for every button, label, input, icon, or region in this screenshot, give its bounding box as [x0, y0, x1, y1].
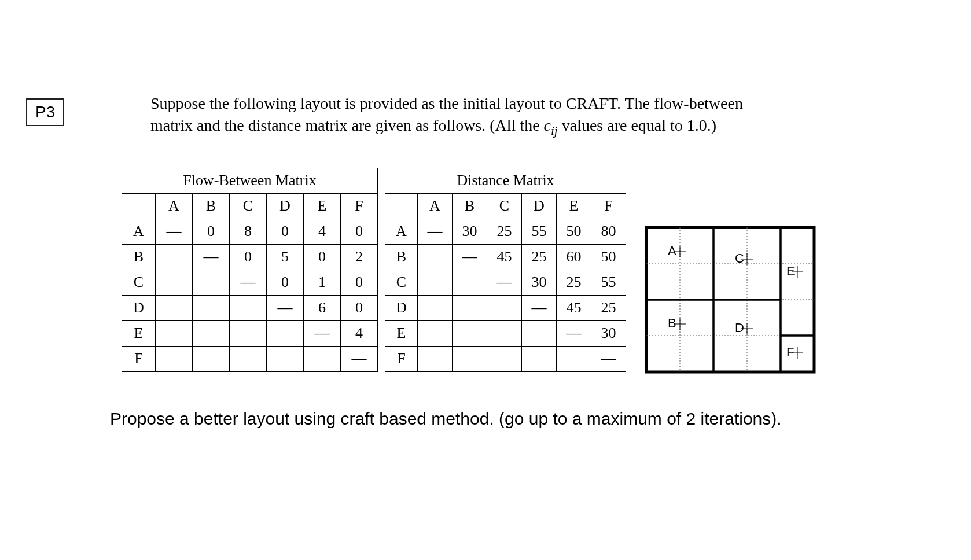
dist-cell [453, 270, 487, 295]
dist-cell [522, 320, 557, 346]
layout-label-B: B [668, 316, 676, 330]
layout-label-F: F [786, 345, 794, 359]
flow-cell: 0 [193, 219, 230, 244]
flow-cell: 6 [304, 295, 341, 320]
flow-row-B: B—0502 [122, 244, 378, 270]
layout-label-A: A [668, 244, 676, 258]
dist-col-D: D [522, 193, 557, 219]
dist-row-D: D—4525 [385, 295, 626, 320]
flow-cell: 4 [304, 219, 341, 244]
dist-corner [385, 193, 418, 219]
flow-cell: — [304, 320, 341, 346]
dist-row-C: C—302555 [385, 270, 626, 295]
dist-row-E: E—30 [385, 320, 626, 346]
dist-col-B: B [453, 193, 487, 219]
dist-cell: — [591, 346, 626, 371]
flow-cell [304, 346, 341, 371]
problem-statement: Suppose the following layout is provided… [150, 93, 763, 139]
flow-cell: 0 [230, 244, 267, 270]
flow-cell [193, 295, 230, 320]
dist-row-F: F— [385, 346, 626, 371]
flow-cell [230, 295, 267, 320]
flow-between-matrix: Flow-Between Matrix A B C D E F A—08040 … [122, 168, 378, 372]
flow-cell: 0 [267, 219, 304, 244]
dist-rowhead-E: E [385, 320, 418, 346]
dist-cell: 80 [591, 219, 626, 244]
dist-rowhead-C: C [385, 270, 418, 295]
dist-rowhead-D: D [385, 295, 418, 320]
dist-cell: 30 [591, 320, 626, 346]
flow-cell: 0 [341, 295, 378, 320]
dist-cell: — [487, 270, 522, 295]
flow-rowhead-C: C [122, 270, 156, 295]
flow-cell [156, 346, 193, 371]
dist-cell: 25 [591, 295, 626, 320]
flow-cell [156, 295, 193, 320]
dist-cell: 25 [557, 270, 591, 295]
dist-cell [418, 346, 453, 371]
dist-rowhead-B: B [385, 244, 418, 270]
dist-col-C: C [487, 193, 522, 219]
dist-cell: 30 [522, 270, 557, 295]
distance-matrix: Distance Matrix A B C D E F A—3025555080… [385, 168, 626, 372]
dist-header-row: A B C D E F [385, 193, 626, 219]
flow-cell: 8 [230, 219, 267, 244]
flow-cell: 2 [341, 244, 378, 270]
dist-cell [487, 346, 522, 371]
flow-cell: 5 [267, 244, 304, 270]
flow-corner [122, 193, 156, 219]
layout-label-C: C [735, 251, 744, 266]
flow-col-A: A [156, 193, 193, 219]
problem-line-1: Suppose the following layout is provided… [150, 94, 743, 112]
dist-cell: — [522, 295, 557, 320]
layout-svg: A B C D E F [643, 224, 817, 375]
problem-page: P3 Suppose the following layout is provi… [0, 0, 971, 463]
flow-cell [193, 270, 230, 295]
flow-cell: 4 [341, 320, 378, 346]
flow-rowhead-A: A [122, 219, 156, 244]
problem-number-box: P3 [26, 98, 64, 126]
dist-cell [453, 295, 487, 320]
layout-label-D: D [735, 320, 744, 335]
instruction-text: Propose a better layout using craft base… [110, 409, 936, 429]
dist-row-A: A—3025555080 [385, 219, 626, 244]
dist-cell [487, 295, 522, 320]
dist-cell: 50 [591, 244, 626, 270]
flow-row-F: F— [122, 346, 378, 371]
dist-cell: 60 [557, 244, 591, 270]
flow-cell: 0 [341, 270, 378, 295]
flow-cell: — [267, 295, 304, 320]
dist-cell: 45 [487, 244, 522, 270]
flow-header-row: A B C D E F [122, 193, 378, 219]
problem-number: P3 [35, 103, 55, 121]
flow-cell [156, 320, 193, 346]
flow-cell: 0 [267, 270, 304, 295]
flow-row-A: A—08040 [122, 219, 378, 244]
flow-cell: 0 [304, 244, 341, 270]
dist-cell: 30 [453, 219, 487, 244]
flow-rowhead-E: E [122, 320, 156, 346]
dist-cell: 55 [522, 219, 557, 244]
flow-cell: 0 [341, 219, 378, 244]
dist-row-B: B—45256050 [385, 244, 626, 270]
flow-cell [230, 320, 267, 346]
flow-cell [193, 320, 230, 346]
layout-diagram: A B C D E F [643, 224, 817, 377]
flow-cell [156, 270, 193, 295]
dist-cell [418, 295, 453, 320]
flow-title: Flow-Between Matrix [122, 168, 378, 193]
flow-rowhead-D: D [122, 295, 156, 320]
flow-col-D: D [267, 193, 304, 219]
flow-col-F: F [341, 193, 378, 219]
flow-cell: — [193, 244, 230, 270]
dist-cell: 50 [557, 219, 591, 244]
dist-cell [522, 346, 557, 371]
flow-row-E: E—4 [122, 320, 378, 346]
dist-cell: 25 [487, 219, 522, 244]
dist-title: Distance Matrix [385, 168, 626, 193]
flow-rowhead-B: B [122, 244, 156, 270]
flow-cell: 1 [304, 270, 341, 295]
dist-cell: 25 [522, 244, 557, 270]
flow-rowhead-F: F [122, 346, 156, 371]
dist-rowhead-A: A [385, 219, 418, 244]
